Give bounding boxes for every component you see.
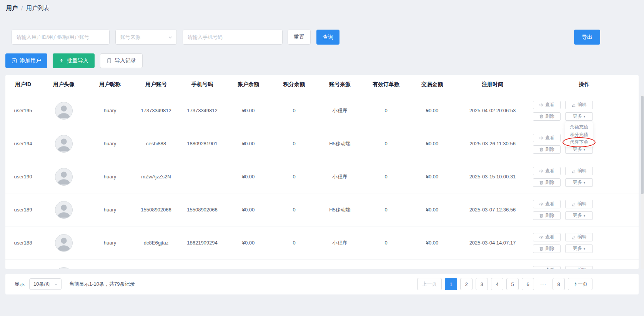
edit-icon <box>571 103 576 107</box>
view-button[interactable]: 查看 <box>533 101 561 109</box>
column-header: 积分余额 <box>271 81 317 88</box>
account-source-select[interactable]: 账号来源 <box>115 30 177 45</box>
cell-amount: ¥0.00 <box>409 141 455 146</box>
more-menu-item-3[interactable]: 代客下单 <box>565 138 593 146</box>
scrollbar-thumb[interactable] <box>641 96 644 194</box>
cell-amount: ¥0.00 <box>409 207 455 213</box>
cell-actions: 查看 编辑 删除 更多 ▾ <box>530 233 639 253</box>
trash-icon <box>539 114 544 119</box>
more-menu-item-2[interactable]: 积分充值 <box>565 131 593 138</box>
cell-orders: 0 <box>363 174 409 180</box>
view-button[interactable]: 查看 <box>533 134 561 142</box>
column-header: 用户昵称 <box>87 81 133 88</box>
page-button-2[interactable]: 2 <box>460 278 473 290</box>
page-button-8[interactable]: 8 <box>552 278 565 290</box>
cell-user-id: user190 <box>5 174 41 180</box>
edit-button[interactable]: 编辑 <box>565 167 593 175</box>
delete-button[interactable]: 删除 <box>533 145 561 154</box>
column-header: 账号来源 <box>317 81 363 88</box>
delete-label: 删除 <box>545 179 554 186</box>
annotation-red-ellipse <box>562 137 596 147</box>
next-page-button[interactable]: 下一页 <box>568 278 592 290</box>
delete-button[interactable]: 删除 <box>533 244 561 253</box>
page-size-area: 显示 10条/页 当前显示1-10条，共79条记录 <box>15 278 135 290</box>
export-button[interactable]: 导出 <box>574 30 600 45</box>
prev-page-button[interactable]: 上一页 <box>417 278 442 290</box>
avatar <box>55 168 73 186</box>
cell-avatar <box>41 234 87 252</box>
delete-label: 删除 <box>545 146 554 153</box>
row-action-buttons: 查看 编辑 删除 更多 ▾ <box>533 200 593 220</box>
eye-icon <box>539 103 544 107</box>
more-label: 更多 <box>573 179 582 186</box>
cell-account: 17373349812 <box>133 108 179 113</box>
batch-import-label: 批量导入 <box>67 57 88 64</box>
more-button[interactable]: 更多 ▾ <box>565 211 593 220</box>
page-button-4[interactable]: 4 <box>491 278 503 290</box>
page-button-6[interactable]: 6 <box>522 278 534 290</box>
delete-label: 删除 <box>545 113 554 120</box>
breadcrumb-section[interactable]: 用户 <box>6 5 18 12</box>
reset-button[interactable]: 重置 <box>288 30 311 45</box>
cell-user-id: user195 <box>5 108 41 113</box>
more-menu-item-1[interactable]: 余额充值 <box>565 123 593 131</box>
more-button-wrap: 更多 ▾ 余额充值积分充值代客下单 <box>565 112 593 121</box>
view-button[interactable]: 查看 <box>533 233 561 241</box>
page-ellipsis[interactable]: ··· <box>537 278 549 290</box>
eye-icon <box>539 235 544 239</box>
avatar <box>55 234 73 252</box>
cell-account: ceshi888 <box>133 141 179 146</box>
cell-orders: 0 <box>363 141 409 146</box>
page-button-5[interactable]: 5 <box>506 278 519 290</box>
cell-balance: ¥0.00 <box>225 207 271 213</box>
cell-avatar <box>41 267 87 269</box>
more-button[interactable]: 更多 ▾ <box>565 244 593 253</box>
cell-account: dc8E6gjtaz <box>133 240 179 246</box>
view-label: 查看 <box>545 101 554 108</box>
column-header: 账户余额 <box>225 81 271 88</box>
more-button-wrap: 更多 ▾ <box>565 211 593 220</box>
page-button-3[interactable]: 3 <box>476 278 488 290</box>
edit-icon <box>571 169 576 173</box>
import-records-button[interactable]: 导入记录 <box>100 53 143 68</box>
delete-button[interactable]: 删除 <box>533 211 561 220</box>
edit-button[interactable]: 编辑 <box>565 101 593 109</box>
more-button-wrap: 更多 ▾ <box>565 244 593 253</box>
cell-balance: ¥0.00 <box>225 240 271 246</box>
view-button[interactable]: 查看 <box>533 200 561 208</box>
column-header: 用户账号 <box>133 81 179 88</box>
column-header: 有效订单数 <box>363 81 409 88</box>
cell-registered: 2025-04-02 20:06:53 <box>455 108 530 113</box>
page-button-1[interactable]: 1 <box>445 278 457 290</box>
view-button[interactable]: 查看 <box>533 266 561 269</box>
add-user-button[interactable]: 添加用户 <box>5 53 47 68</box>
cell-points: 0 <box>271 108 317 113</box>
cell-avatar <box>41 102 87 120</box>
keyword-input[interactable] <box>12 30 110 45</box>
chevron-down-icon <box>54 282 58 286</box>
edit-button[interactable]: 编辑 <box>565 233 593 241</box>
cell-user-id: user194 <box>5 141 41 146</box>
user-silhouette-icon <box>55 102 72 119</box>
delete-label: 删除 <box>545 245 554 252</box>
import-records-label: 导入记录 <box>115 57 136 64</box>
row-action-buttons: 查看 编辑 删除 更多 ▾ <box>533 167 593 187</box>
more-button[interactable]: 更多 ▾ <box>565 112 593 121</box>
delete-button[interactable]: 删除 <box>533 178 561 187</box>
view-button[interactable]: 查看 <box>533 167 561 175</box>
phone-input[interactable] <box>183 30 283 45</box>
cell-points: 0 <box>271 240 317 246</box>
cell-registered: 2025-03-15 10:00:31 <box>455 174 530 180</box>
eye-icon <box>539 202 544 206</box>
delete-button[interactable]: 删除 <box>533 112 561 121</box>
edit-button[interactable]: 编辑 <box>565 200 593 208</box>
cell-phone: 18621909294 <box>179 240 225 246</box>
edit-button[interactable]: 编辑 <box>565 266 593 269</box>
cell-avatar <box>41 168 87 186</box>
page-size-select[interactable]: 10条/页 <box>29 278 62 290</box>
row-action-buttons: 查看 编辑 删除 更多 ▾ 余额充值积分充值代客下单 <box>533 101 593 121</box>
batch-import-button[interactable]: 批量导入 <box>53 53 95 68</box>
cell-source: 小程序 <box>317 173 363 180</box>
search-button[interactable]: 查询 <box>316 30 339 45</box>
more-button[interactable]: 更多 ▾ <box>565 178 593 187</box>
